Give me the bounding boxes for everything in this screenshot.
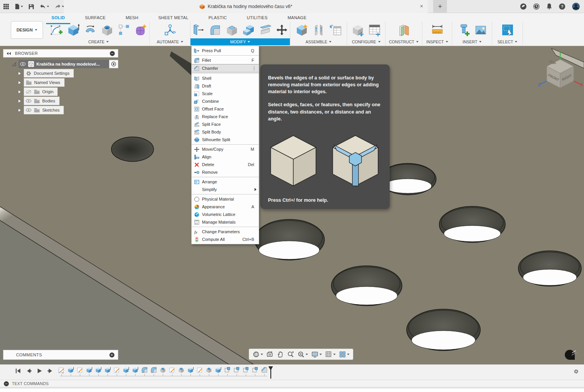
combine-icon[interactable] xyxy=(241,22,257,38)
text-commands-collapse-icon[interactable]: − xyxy=(4,381,9,386)
hole-icon[interactable] xyxy=(99,22,115,38)
insert-fastener-icon[interactable] xyxy=(456,22,472,38)
menu-item-draft[interactable]: Draft xyxy=(192,82,259,90)
menu-item-split-face[interactable]: Split Face xyxy=(192,120,259,128)
visibility-eye-icon[interactable] xyxy=(26,108,31,112)
look-at-icon[interactable] xyxy=(265,350,275,359)
browser-header[interactable]: BROWSER − xyxy=(3,49,118,58)
split-body-icon[interactable] xyxy=(257,22,273,38)
menu-item-scale[interactable]: Scale xyxy=(192,90,259,97)
undo-icon[interactable] xyxy=(40,0,49,13)
menu-item-press-pull[interactable]: Press PullQ xyxy=(192,47,259,54)
timeline-feature-sketch[interactable] xyxy=(57,367,66,376)
timeline-feature-hole[interactable] xyxy=(158,367,167,376)
expand-arrow-icon[interactable] xyxy=(17,108,22,113)
grid-settings-icon[interactable] xyxy=(324,350,337,359)
browser-item-origin[interactable]: Origin xyxy=(17,87,118,96)
menu-item-move-copy[interactable]: Move/CopyM xyxy=(192,145,259,153)
notifications-icon[interactable] xyxy=(546,3,553,10)
extensions-icon[interactable] xyxy=(520,3,527,10)
menu-item-replace-face[interactable]: Replace Face xyxy=(192,113,259,120)
add-comment-icon[interactable]: + xyxy=(109,352,114,357)
timeline-feature-hole[interactable] xyxy=(204,367,213,376)
ribbon-group-label-create[interactable]: CREATE xyxy=(48,38,149,45)
pattern-icon[interactable] xyxy=(116,22,132,38)
expanded-triangle-icon[interactable] xyxy=(12,62,17,66)
timeline-feature-sketch[interactable] xyxy=(112,367,121,376)
viewcube[interactable]: Y Z X TOP FRONT RIGHT xyxy=(536,51,584,94)
menu-item-physical-material[interactable]: Physical Material xyxy=(192,195,259,203)
timeline-feature-extrude[interactable] xyxy=(131,367,140,376)
insert-image-icon[interactable] xyxy=(473,22,489,38)
orbit-icon[interactable] xyxy=(251,350,264,359)
timeline-feature-extrude[interactable] xyxy=(213,367,223,376)
hole[interactable] xyxy=(518,251,581,286)
configuration-table-icon[interactable] xyxy=(367,22,383,38)
ribbon-group-label-automate[interactable]: AUTOMATE xyxy=(150,38,190,45)
fillet-icon[interactable] xyxy=(207,22,223,38)
timeline-feature-extrude[interactable] xyxy=(121,367,131,376)
pan-icon[interactable] xyxy=(276,350,285,359)
ribbon-group-label-select[interactable]: SELECT xyxy=(492,38,523,45)
comments-panel[interactable]: COMMENTS + xyxy=(3,350,118,360)
browser-item-document-settings[interactable]: Document Settings xyxy=(17,69,118,77)
playback-skip-start-button[interactable] xyxy=(15,368,22,374)
shell-icon[interactable] xyxy=(224,22,240,38)
timeline-feature-sketch[interactable] xyxy=(195,367,204,376)
menu-item-align[interactable]: Align xyxy=(192,153,259,161)
expand-arrow-icon[interactable] xyxy=(17,80,22,85)
playback-step-back-button[interactable] xyxy=(25,368,32,374)
collapse-panel-icon[interactable] xyxy=(7,52,11,55)
menu-item-manage-materials[interactable]: Manage Materials xyxy=(192,218,259,226)
timeline-feature-extrude[interactable] xyxy=(66,367,75,376)
visibility-eye-icon[interactable] xyxy=(26,90,31,94)
visibility-eye-icon[interactable] xyxy=(26,99,31,103)
hole[interactable] xyxy=(439,206,505,242)
press-pull-icon[interactable] xyxy=(190,22,207,38)
expand-arrow-icon[interactable] xyxy=(17,71,22,76)
ribbon-group-label-insert[interactable]: INSERT xyxy=(452,38,492,45)
more-options-icon[interactable]: ⋮ xyxy=(252,66,256,71)
form-icon[interactable] xyxy=(133,22,149,38)
display-settings-icon[interactable] xyxy=(310,350,323,359)
measure-icon[interactable] xyxy=(429,22,445,38)
timeline-feature-fillet[interactable] xyxy=(149,367,158,376)
extrude-icon[interactable] xyxy=(65,22,81,38)
timeline-feature-extrude[interactable] xyxy=(103,367,112,376)
automate-icon[interactable] xyxy=(162,22,178,38)
ribbon-group-label-construct[interactable]: CONSTRUCT xyxy=(385,38,422,45)
revolve-icon[interactable] xyxy=(82,22,98,38)
hole[interactable] xyxy=(255,219,324,260)
browser-root-item[interactable]: Krabička na hodiny modelové... xyxy=(18,60,109,68)
help-icon[interactable]: ? xyxy=(559,3,566,10)
app-grid-icon[interactable] xyxy=(3,0,9,13)
new-component-icon[interactable] xyxy=(294,22,310,38)
redo-icon[interactable] xyxy=(55,0,64,13)
browser-item-named-views[interactable]: Named Views xyxy=(17,78,118,87)
workspace-switcher[interactable]: DESIGN xyxy=(11,21,43,39)
timeline-feature-chamfer[interactable] xyxy=(260,367,269,376)
move-icon[interactable] xyxy=(274,22,290,38)
timeline-feature-sketch[interactable] xyxy=(167,367,177,376)
bom-icon[interactable] xyxy=(328,22,344,38)
menu-item-silhouette-split[interactable]: Silhouette Split xyxy=(192,136,259,143)
browser-root-row[interactable]: Krabička na hodiny modelové... xyxy=(12,60,118,68)
timeline-feature-offset[interactable] xyxy=(241,367,250,376)
timeline-feature-sketch[interactable] xyxy=(75,367,84,376)
timeline-feature-extrude[interactable] xyxy=(94,367,103,376)
ribbon-group-label-assemble[interactable]: ASSEMBLE xyxy=(290,38,347,45)
browser-collapse-icon[interactable]: − xyxy=(110,51,115,56)
text-commands-bar[interactable]: − TEXT COMMANDS xyxy=(0,380,584,387)
save-icon[interactable] xyxy=(28,0,34,13)
menu-item-compute-all[interactable]: Compute AllCtrl+B xyxy=(192,236,259,243)
menu-item-appearance[interactable]: AppearanceA xyxy=(192,203,259,211)
ribbon-group-label-configure[interactable]: CONFIGURE xyxy=(347,38,385,45)
timeline-feature-extrude[interactable] xyxy=(84,367,94,376)
menu-item-volumetric-lattice[interactable]: Volumetric Lattice xyxy=(192,211,259,218)
browser-item-sketches[interactable]: Sketches xyxy=(17,106,118,114)
timeline-feature-fillet[interactable] xyxy=(140,367,149,376)
file-menu-icon[interactable] xyxy=(15,0,23,13)
viewports-icon[interactable] xyxy=(338,350,351,359)
menu-item-chamfer[interactable]: Chamfer⋮ xyxy=(192,64,259,72)
eye-icon[interactable] xyxy=(20,62,26,66)
